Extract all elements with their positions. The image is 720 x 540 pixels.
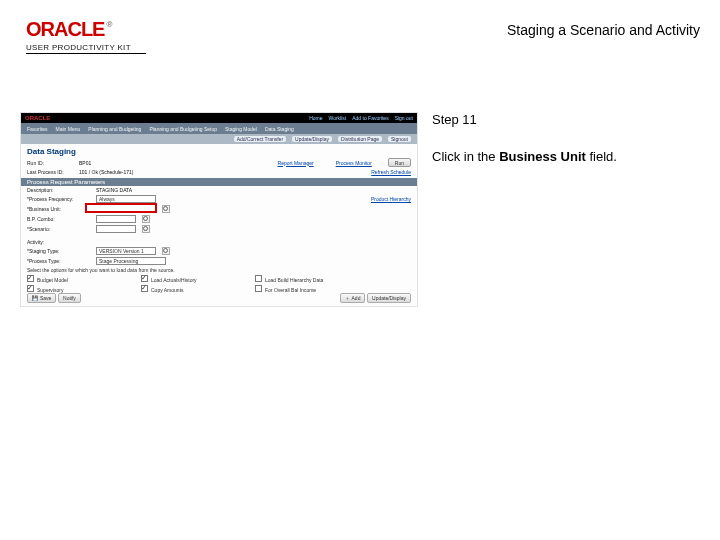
update-display-button[interactable]: Update/Display <box>367 293 411 303</box>
scenario-label: *Scenario: <box>27 226 92 232</box>
process-type-label: *Process Type: <box>27 258 92 264</box>
app-top-links: Home Worklist Add to Favorites Sign out <box>309 115 413 121</box>
staging-type-label: *Staging Type: <box>27 248 92 254</box>
product-line: USER PRODUCTIVITY KIT <box>26 43 146 52</box>
top-link[interactable]: Sign out <box>395 115 413 121</box>
checkbox[interactable] <box>141 285 148 292</box>
row-scenario: *Scenario: <box>21 224 417 234</box>
row-activity: Activity: <box>21 238 417 246</box>
page-title: Data Staging <box>21 144 417 157</box>
activity-label: Activity: <box>27 239 92 245</box>
app-brand: ORACLE <box>25 115 50 121</box>
row-business-unit: *Business Unit: <box>21 204 417 214</box>
nav-item[interactable]: Staging Model <box>225 126 257 132</box>
header-rule <box>26 53 146 54</box>
nav-item[interactable]: Main Menu <box>56 126 81 132</box>
checkbox[interactable] <box>255 285 262 292</box>
checkbox[interactable] <box>255 275 262 282</box>
app-titlebar: ORACLE Home Worklist Add to Favorites Si… <box>21 113 417 123</box>
instruction-bold: Business Unit <box>499 149 586 164</box>
screenshot-thumbnail: ORACLE Home Worklist Add to Favorites Si… <box>20 112 418 307</box>
run-id-value: BP01 <box>79 160 91 166</box>
staging-type-field[interactable]: VERSION Version 1 <box>96 247 156 255</box>
description-value: STAGING DATA <box>96 187 132 193</box>
brand-text: ORACLE <box>26 18 104 41</box>
instruction-highlight <box>85 203 157 213</box>
lookup-icon[interactable] <box>162 205 170 213</box>
plus-icon: ＋ <box>345 295 350 301</box>
checkbox[interactable] <box>27 285 34 292</box>
oracle-logo: ORACLE ® <box>26 18 146 41</box>
lookup-icon[interactable] <box>162 247 170 255</box>
row-description: Description: STAGING DATA <box>21 186 417 194</box>
footer-left: 💾Save Notify <box>27 293 81 303</box>
toolbar-item[interactable]: Distribution Page <box>338 136 382 142</box>
instruction-suffix: field. <box>586 149 617 164</box>
checkbox[interactable] <box>27 275 34 282</box>
business-unit-label: *Business Unit: <box>27 206 92 212</box>
last-process-value: 101 / Ok (Schedule-171) <box>79 169 133 175</box>
top-link[interactable]: Add to Favorites <box>352 115 388 121</box>
row-process-type: *Process Type: Stage Processing <box>21 256 417 266</box>
product-hierarchy-link[interactable]: Product Hierarchy <box>371 196 411 202</box>
check-label: Budget Model <box>37 277 68 283</box>
step-instruction: Click in the Business Unit field. <box>432 149 692 166</box>
add-button[interactable]: ＋Add <box>340 293 366 303</box>
toolbar-item[interactable]: Signout <box>388 136 411 142</box>
process-type-field[interactable]: Stage Processing <box>96 257 166 265</box>
doc-title: Staging a Scenario and Activity <box>507 22 700 38</box>
row-checks-1: Budget Model Load Actuals/History Load B… <box>21 274 417 284</box>
process-monitor-link[interactable]: Process Monitor <box>336 160 372 166</box>
footer-right: ＋Add Update/Display <box>340 293 411 303</box>
document-header: ORACLE ® USER PRODUCTIVITY KIT Staging a… <box>26 18 700 54</box>
row-staging-type: *Staging Type: VERSION Version 1 <box>21 246 417 256</box>
top-link[interactable]: Home <box>309 115 322 121</box>
save-button[interactable]: 💾Save <box>27 293 56 303</box>
notify-button[interactable]: Notify <box>58 293 81 303</box>
row-process-frequency: *Process Frequency: Always Product Hiera… <box>21 194 417 204</box>
check-label: Load Actuals/History <box>151 277 197 283</box>
nav-item[interactable]: Planning and Budgeting Setup <box>149 126 217 132</box>
section-header: Process Request Parameters <box>21 178 417 186</box>
bpcombo-field[interactable] <box>96 215 136 223</box>
description-label: Description: <box>27 187 92 193</box>
options-subhead: Select the options for which you want to… <box>27 267 175 273</box>
save-icon: 💾 <box>32 295 38 301</box>
instruction-prefix: Click in the <box>432 149 499 164</box>
nav-item[interactable]: Planning and Budgeting <box>88 126 141 132</box>
lookup-icon[interactable] <box>142 215 150 223</box>
brand-block: ORACLE ® USER PRODUCTIVITY KIT <box>26 18 146 54</box>
instruction-panel: Step 11 Click in the Business Unit field… <box>432 112 692 166</box>
run-button[interactable]: Run <box>388 158 411 167</box>
schedule-row: Last Process ID: 101 / Ok (Schedule-171)… <box>21 168 417 176</box>
lookup-icon[interactable] <box>142 225 150 233</box>
report-manager-link[interactable]: Report Manager <box>278 160 314 166</box>
process-frequency-field[interactable]: Always <box>96 195 156 203</box>
last-process-label: Last Process ID: <box>27 169 75 175</box>
check-label: Load Build Hierarchy Data <box>265 277 323 283</box>
refresh-schedule-link[interactable]: Refresh Schedule <box>371 169 411 175</box>
nav-item[interactable]: Data Staging <box>265 126 294 132</box>
trademark-symbol: ® <box>106 20 112 29</box>
run-row: Run ID: BP01 Report Manager Process Moni… <box>21 157 417 168</box>
row-bpcombo: B.P. Combo: <box>21 214 417 224</box>
nav-item[interactable]: Favorites <box>27 126 48 132</box>
bpcombo-label: B.P. Combo: <box>27 216 92 222</box>
toolbar-item[interactable]: Update/Display <box>292 136 332 142</box>
run-id-label: Run ID: <box>27 160 75 166</box>
page: ORACLE ® USER PRODUCTIVITY KIT Staging a… <box>0 0 720 540</box>
checkbox[interactable] <box>141 275 148 282</box>
screenshot-footer: 💾Save Notify ＋Add Update/Display <box>21 293 417 303</box>
top-link[interactable]: Worklist <box>329 115 347 121</box>
main-nav: Favorites Main Menu Planning and Budgeti… <box>21 123 417 134</box>
scenario-field[interactable] <box>96 225 136 233</box>
process-frequency-label: *Process Frequency: <box>27 196 92 202</box>
row-subhead: Select the options for which you want to… <box>21 266 417 274</box>
step-label: Step 11 <box>432 112 692 127</box>
toolbar-row: Add/Correct Transfer Update/Display Dist… <box>21 134 417 144</box>
toolbar-item[interactable]: Add/Correct Transfer <box>234 136 286 142</box>
